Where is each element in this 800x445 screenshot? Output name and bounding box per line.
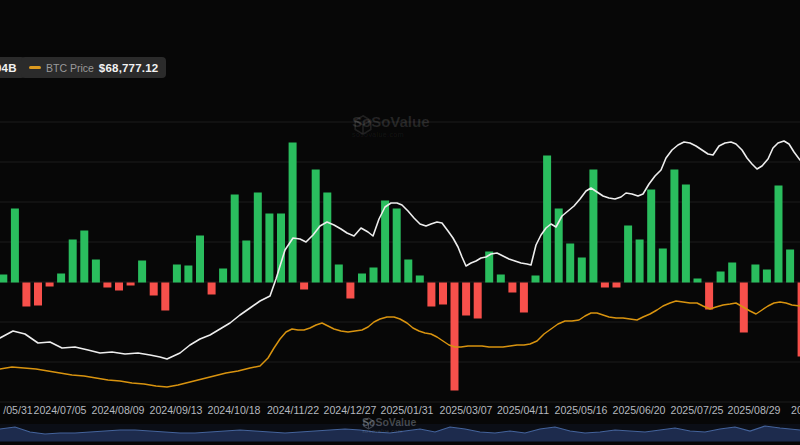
x-axis: /05/312024/07/052024/08/092024/09/132024… [0, 404, 800, 420]
x-axis-label: 2025/06/20 [612, 404, 665, 416]
btc-etf-flow-chart: 04B BTC Price $68,777.12 SoSoValue sosov… [0, 0, 800, 445]
flow-bar[interactable] [346, 283, 354, 299]
btc-price-value: $68,777.12 [99, 62, 159, 74]
flow-bar[interactable] [115, 283, 123, 291]
flow-bar[interactable] [184, 266, 192, 283]
flow-bar[interactable] [589, 170, 597, 283]
x-axis-label: 2025/03/07 [439, 404, 492, 416]
btc-price-line [0, 301, 800, 387]
flow-bar[interactable] [404, 260, 412, 283]
flow-bar[interactable] [254, 193, 262, 283]
flow-bar[interactable] [103, 283, 111, 288]
flow-bar[interactable] [659, 249, 667, 283]
flow-bar[interactable] [763, 270, 771, 283]
flow-bar[interactable] [127, 283, 135, 286]
flow-bar[interactable] [520, 283, 528, 313]
x-axis-label: /05/31 [3, 404, 32, 416]
flow-bar[interactable] [80, 231, 88, 283]
x-axis-label: 2025/04/11 [497, 404, 549, 416]
x-axis-label: 2025/08/29 [727, 404, 780, 416]
x-axis-label: 2024/12/27 [323, 404, 376, 416]
x-axis-label: 2024/08/09 [91, 404, 144, 416]
flow-bar[interactable] [265, 214, 273, 283]
flow-bar[interactable] [22, 283, 30, 307]
flow-bar[interactable] [555, 209, 563, 283]
flow-bar[interactable] [57, 274, 65, 283]
flow-bar[interactable] [34, 283, 42, 306]
flow-badge-value: 04B [0, 62, 17, 74]
flow-bar[interactable] [717, 272, 725, 283]
flow-bar[interactable] [613, 283, 621, 288]
flow-bar[interactable] [439, 283, 447, 305]
x-axis-label: 2025/07/25 [670, 404, 723, 416]
flow-bar[interactable] [173, 265, 181, 283]
flow-bar[interactable] [219, 269, 227, 283]
flow-bar[interactable] [242, 241, 250, 283]
flow-bar[interactable] [208, 283, 216, 295]
flow-bar[interactable] [451, 283, 459, 391]
flow-bar[interactable] [624, 226, 632, 283]
flow-bar[interactable] [532, 276, 540, 283]
x-axis-label: 2025/01/31 [380, 404, 433, 416]
btc-price-label: BTC Price [46, 62, 94, 74]
flow-bar[interactable] [370, 268, 378, 283]
flow-bar[interactable] [751, 265, 759, 283]
flow-bar[interactable] [46, 283, 54, 287]
flow-bar[interactable] [462, 283, 470, 316]
flow-bar[interactable] [601, 283, 609, 288]
flow-bar[interactable] [11, 209, 19, 283]
flow-bar[interactable] [670, 170, 678, 283]
flow-bar[interactable] [69, 240, 77, 283]
flow-bar[interactable] [682, 185, 690, 283]
flow-bar[interactable] [161, 283, 169, 311]
x-axis-label: 20 [791, 404, 800, 416]
flow-bar[interactable] [323, 193, 331, 283]
flow-bar[interactable] [566, 244, 574, 283]
x-axis-label: 2025/05/16 [554, 404, 607, 416]
x-axis-label: 2024/09/13 [149, 404, 202, 416]
flow-bar[interactable] [231, 195, 239, 283]
flow-bar[interactable] [497, 275, 505, 283]
flow-bar[interactable] [289, 143, 297, 283]
flow-bar[interactable] [474, 283, 482, 319]
flow-bar[interactable] [0, 275, 7, 283]
flow-bar[interactable] [393, 209, 401, 283]
x-axis-label: 2024/07/05 [33, 404, 86, 416]
flow-bar[interactable] [728, 263, 736, 283]
flow-bar[interactable] [543, 156, 551, 283]
flow-bar[interactable] [196, 236, 204, 283]
flow-bar[interactable] [705, 283, 713, 310]
flow-bar[interactable] [508, 283, 516, 293]
x-axis-label: 2024/11/22 [267, 404, 319, 416]
flow-bar[interactable] [427, 283, 435, 307]
flow-bar[interactable] [138, 261, 146, 283]
legend-btc-price-badge[interactable]: BTC Price $68,777.12 [21, 57, 166, 78]
flow-bar[interactable] [150, 283, 158, 296]
flow-bar[interactable] [694, 279, 702, 283]
flow-bar[interactable] [300, 283, 308, 290]
flow-bar[interactable] [647, 190, 655, 283]
flow-bar[interactable] [335, 265, 343, 283]
flow-bar[interactable] [312, 170, 320, 283]
flow-bar[interactable] [358, 274, 366, 283]
flow-bar[interactable] [775, 186, 783, 283]
flow-bar[interactable] [786, 250, 794, 283]
flow-bar[interactable] [578, 258, 586, 283]
x-axis-label: 2024/10/18 [207, 404, 260, 416]
flow-bar[interactable] [92, 260, 100, 283]
flow-bar[interactable] [636, 240, 644, 283]
flow-bar[interactable] [416, 276, 424, 283]
btc-price-dash-icon [29, 66, 41, 69]
